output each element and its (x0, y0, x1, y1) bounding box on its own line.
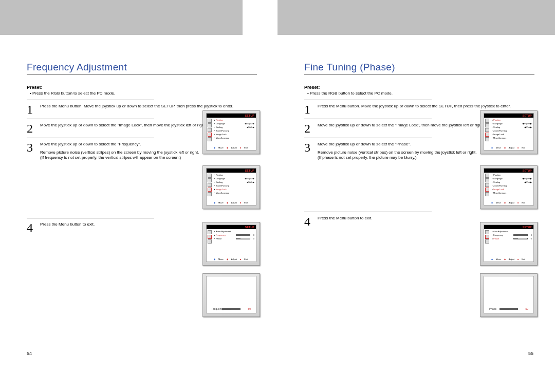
header-gap (243, 0, 278, 35)
preset-label: Preset: (27, 85, 257, 90)
divider (304, 212, 432, 212)
osd-thumb-setup: SETUP ▸Position •Language◀English▶ •Scal… (480, 110, 538, 154)
step-text: Press the Menu button to exit. (318, 216, 531, 221)
osd-thumb-slider: Frequency 50 (202, 273, 260, 317)
page-title: Frequency Adjustment (27, 62, 257, 74)
osd-thumb-setup: SETUP ▸Position •Language◀English▶ •Scal… (202, 110, 260, 154)
header-block-left (0, 0, 243, 35)
divider (304, 119, 432, 119)
step-number: 1 (27, 102, 35, 116)
divider (304, 138, 432, 138)
divider (27, 138, 154, 138)
step-number: 4 (27, 220, 35, 234)
header-block-right (278, 0, 555, 35)
osd-thumb-imagelock: SETUP •Position •Language◀English▶ •Scal… (480, 165, 538, 209)
preset-text: • Press the RGB button to select the PC … (27, 91, 257, 96)
osd-thumb-frequency: SETUP •Auto Adjustment ▸Frequency0 •Phas… (202, 222, 260, 266)
step-number: 3 (304, 140, 312, 154)
preset-text: • Press the RGB button to select the PC … (304, 91, 534, 96)
step-number: 3 (27, 140, 35, 154)
page-right: Fine Tuning (Phase) Preset: • Press the … (278, 35, 555, 361)
step-text: Press the Menu button. Move the joystick… (40, 104, 254, 109)
preset-label: Preset: (304, 85, 534, 90)
step-number: 2 (304, 121, 312, 135)
step-number: 2 (27, 121, 35, 135)
page-title: Fine Tuning (Phase) (304, 62, 534, 74)
step-text: Press the Menu button. Move the joystick… (318, 104, 531, 109)
step-number: 1 (304, 102, 312, 116)
divider (27, 100, 154, 100)
osd-thumb-imagelock: SETUP •Position •Language◀English▶ •Scal… (202, 165, 260, 209)
divider (304, 100, 432, 100)
divider (27, 119, 154, 119)
osd-thumb-slider: Phase 50 (480, 273, 538, 317)
step-number: 4 (304, 214, 312, 228)
osd-thumb-phase: SETUP •Auto Adjustment •Frequency0 ▸Phas… (480, 222, 538, 266)
page-number: 54 (27, 351, 32, 356)
page-left: Frequency Adjustment Preset: • Press the… (0, 35, 278, 361)
divider (27, 218, 154, 218)
page-number: 55 (528, 351, 533, 356)
